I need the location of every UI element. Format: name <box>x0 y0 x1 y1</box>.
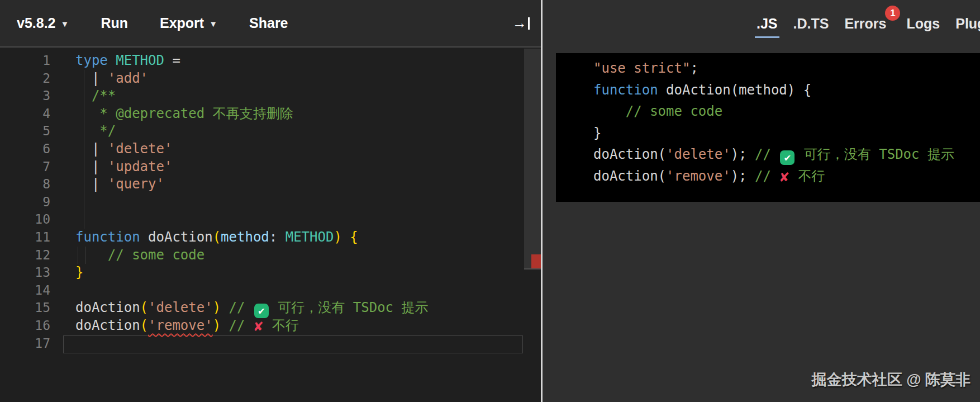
code-token: * @deprecated 不再支持删除 <box>75 106 293 121</box>
share-button[interactable]: Share <box>249 15 288 31</box>
code-token: doAction( <box>593 146 666 162</box>
code-token: ( <box>140 318 148 333</box>
code-line: doAction('remove'); // ✘ 不行 <box>568 165 980 187</box>
code-line: } <box>568 122 980 144</box>
code-line: // some code <box>568 101 980 122</box>
code-token <box>108 53 116 68</box>
line-number: 4 <box>0 105 50 123</box>
arrow-right-icon: → <box>512 15 527 32</box>
line-number: 6 <box>0 140 50 158</box>
editor-toolbar: v5.8.2▼ Run Export▼ Share → <box>0 0 541 48</box>
code-token: // <box>229 318 253 333</box>
code-line[interactable]: 2 | 'add' <box>0 70 541 88</box>
code-line[interactable]: 5 */ <box>0 122 541 140</box>
code-token: method <box>221 229 269 245</box>
tab-js-label: .JS <box>757 16 778 32</box>
tab-logs[interactable]: Logs <box>906 0 940 48</box>
cross-emoji: ✘ <box>254 318 263 335</box>
code-token: | <box>75 141 108 157</box>
code-token: ); <box>731 146 755 162</box>
code-token: ) <box>213 318 221 333</box>
code-line[interactable]: 1type METHOD = <box>0 52 541 70</box>
code-token: 可行，没有 TSDoc 提示 <box>270 300 429 315</box>
tab-plugins[interactable]: Plugins <box>955 0 980 48</box>
code-line[interactable]: 8 | 'query' <box>0 176 541 193</box>
line-number: 5 <box>0 122 50 140</box>
code-line[interactable]: 4 * @deprecated 不再支持删除 <box>0 105 541 123</box>
code-token: // <box>229 300 253 315</box>
output-code-lines: "use strict";function doAction(method) {… <box>568 58 980 187</box>
code-line[interactable]: 15doAction('delete') // ✔ 可行，没有 TSDoc 提示 <box>0 299 541 317</box>
tab-js[interactable]: .JS <box>757 0 778 48</box>
export-dropdown[interactable]: Export▼ <box>160 15 217 31</box>
code-token: ( <box>140 300 148 315</box>
code-token: ) <box>213 300 221 315</box>
code-token: 'update' <box>108 159 173 174</box>
arrow-bar <box>528 17 530 30</box>
code-token: // some code <box>626 103 722 119</box>
code-line[interactable]: 9 <box>0 193 541 211</box>
output-tabs: .JS .D.TS Errors 1 Logs Plugins <box>757 0 980 48</box>
code-line[interactable]: 12 // some code <box>0 247 541 264</box>
code-token: : <box>269 229 286 245</box>
line-number: 8 <box>0 176 50 193</box>
watermark: 掘金技术社区 @ 陈莫非 <box>812 370 971 390</box>
run-button[interactable]: Run <box>101 15 128 31</box>
tab-plugins-label: Plugins <box>955 16 980 32</box>
line-number: 10 <box>0 211 50 229</box>
line-number: 17 <box>0 335 50 353</box>
line-number: 2 <box>0 70 50 88</box>
code-token: 不行 <box>264 318 299 333</box>
code-token: // some code <box>108 247 204 263</box>
code-token: 'delete' <box>666 146 731 162</box>
code-line[interactable]: 16doAction('remove') // ✘ 不行 <box>0 317 541 335</box>
scrollbar-thumb[interactable] <box>524 49 541 269</box>
editor-code-lines: 1type METHOD =2 | 'add'3 /**4 * @depreca… <box>0 49 541 352</box>
editor-scrollbar[interactable] <box>524 49 541 402</box>
version-dropdown[interactable]: v5.8.2▼ <box>17 15 69 31</box>
code-token <box>342 229 350 245</box>
check-emoji: ✔ <box>254 304 269 318</box>
code-editor[interactable]: 1type METHOD =2 | 'add'3 /**4 * @depreca… <box>0 49 541 402</box>
code-line[interactable]: 11function doAction(method: METHOD) { <box>0 229 541 247</box>
code-line[interactable]: 10 <box>0 211 541 229</box>
code-token: 'delete' <box>108 141 173 157</box>
code-token: 不行 <box>790 168 825 184</box>
code-token: | <box>75 70 108 86</box>
code-line[interactable]: 13} <box>0 264 541 282</box>
code-line[interactable]: 6 | 'delete' <box>0 140 541 158</box>
code-token: } <box>75 264 83 280</box>
code-token: type <box>75 53 108 68</box>
code-token: METHOD <box>116 53 164 68</box>
code-token: 'query' <box>108 176 164 192</box>
typescript-playground: v5.8.2▼ Run Export▼ Share → 1type METHOD… <box>0 0 980 402</box>
code-line[interactable]: 17 <box>0 335 541 353</box>
code-token: | <box>75 176 108 192</box>
line-number: 9 <box>0 193 50 211</box>
line-number: 15 <box>0 299 50 317</box>
tab-errors[interactable]: Errors 1 <box>844 0 886 48</box>
collapse-sidebar-icon[interactable]: → <box>512 15 530 32</box>
tab-logs-label: Logs <box>906 16 940 32</box>
code-line[interactable]: 14 <box>0 282 541 300</box>
line-number: 16 <box>0 317 50 335</box>
code-token: function <box>593 82 658 98</box>
code-token <box>75 247 108 263</box>
tab-dts[interactable]: .D.TS <box>793 0 829 48</box>
chevron-down-icon: ▼ <box>61 19 69 29</box>
version-label: v5.8.2 <box>17 15 56 31</box>
code-token: ) <box>334 229 341 245</box>
code-line[interactable]: 7 | 'update' <box>0 158 541 176</box>
code-line: "use strict"; <box>568 58 980 79</box>
tab-dts-label: .D.TS <box>793 16 829 32</box>
code-token: doAction(method) { <box>658 82 812 98</box>
code-token: "use strict" <box>593 60 690 76</box>
editor-panel: v5.8.2▼ Run Export▼ Share → 1type METHOD… <box>0 0 541 402</box>
code-line[interactable]: 3 /** <box>0 87 541 105</box>
code-token: ( <box>213 229 221 245</box>
code-token: doAction <box>75 300 140 315</box>
code-token: */ <box>75 123 116 139</box>
code-line: doAction('delete'); // ✔ 可行，没有 TSDoc 提示 <box>568 144 980 165</box>
code-token: = <box>164 53 180 68</box>
code-token: 可行，没有 TSDoc 提示 <box>796 146 954 162</box>
